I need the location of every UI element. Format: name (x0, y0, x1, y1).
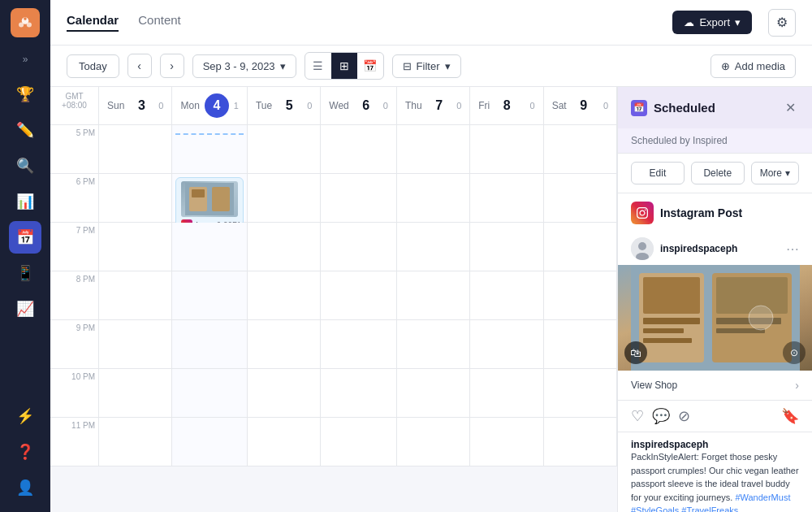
chevron-down-icon: ▾ (785, 167, 790, 179)
sidebar-item-apps[interactable]: ⚡ (9, 400, 41, 432)
time-5pm: 5 PM (50, 125, 99, 174)
view-shop-row[interactable]: View Shop › (618, 371, 812, 401)
day-header-tue: Tue 5 0 (248, 87, 321, 125)
cal-tue-10pm[interactable] (248, 369, 321, 418)
time-10pm: 10 PM (50, 369, 99, 418)
post-account-row: inspiredspaceph ⋯ (618, 232, 812, 265)
header-tabs: Calendar Content (67, 13, 181, 32)
list-view-button[interactable]: ☰ (305, 53, 331, 79)
cal-sun-8pm[interactable] (99, 271, 172, 320)
cal-thu-8pm[interactable] (397, 271, 470, 320)
sidebar-item-help[interactable]: ❓ (9, 436, 41, 468)
cal-tue-6pm[interactable] (248, 174, 321, 223)
cal-sun-9pm[interactable] (99, 320, 172, 369)
chevron-down-icon: ▾ (445, 60, 451, 72)
sidebar-item-analytics[interactable]: 📊 (9, 185, 41, 218)
cal-sun-6pm[interactable] (99, 174, 172, 223)
tab-calendar[interactable]: Calendar (67, 13, 119, 32)
prev-button[interactable]: ‹ (127, 54, 152, 78)
today-button[interactable]: Today (67, 54, 119, 78)
edit-button[interactable]: Edit (631, 162, 685, 184)
panel-calendar-icon: 📅 (631, 100, 647, 116)
chevron-right-icon: › (795, 379, 799, 392)
cal-wed-9pm[interactable] (321, 320, 397, 369)
cal-sat-8pm[interactable] (544, 271, 617, 320)
bookmark-icon[interactable]: 🔖 (781, 407, 799, 425)
calendar-view-button[interactable]: 📅 (357, 53, 383, 79)
cal-fri-6pm[interactable] (470, 174, 543, 223)
sidebar-item-search[interactable]: 🔍 (9, 150, 41, 182)
sidebar-item-trophy[interactable]: 🏆 (9, 78, 41, 111)
cal-sat-6pm[interactable] (544, 174, 617, 223)
comment-icon[interactable]: 💬 (652, 407, 670, 425)
sidebar-item-profile[interactable]: 👤 (9, 471, 41, 504)
cal-mon-10pm[interactable] (172, 369, 247, 418)
logo[interactable] (11, 8, 40, 37)
cal-wed-8pm[interactable] (321, 271, 397, 320)
export-button[interactable]: ☁ Export ▾ (672, 11, 752, 34)
close-button[interactable]: ✕ (782, 98, 799, 117)
cal-sun-11pm[interactable] (99, 418, 172, 466)
cal-fri-5pm[interactable] (470, 125, 543, 174)
collapse-button[interactable]: » (18, 49, 33, 70)
delete-button[interactable]: Delete (691, 162, 745, 184)
cal-fri-9pm[interactable] (470, 320, 543, 369)
cal-mon-7pm[interactable] (172, 223, 247, 271)
add-media-button[interactable]: ⊕ Add media (710, 54, 796, 78)
cal-tue-9pm[interactable] (248, 320, 321, 369)
cal-thu-9pm[interactable] (397, 320, 470, 369)
cal-fri-10pm[interactable] (470, 369, 543, 418)
day-header-sat: Sat 9 0 (544, 87, 617, 125)
cal-tue-11pm[interactable] (248, 418, 321, 466)
cal-wed-11pm[interactable] (321, 418, 397, 466)
sidebar-item-calendar[interactable]: 📅 (9, 221, 41, 254)
cal-sat-7pm[interactable] (544, 223, 617, 271)
cal-sun-10pm[interactable] (99, 369, 172, 418)
filter-button[interactable]: ⊟ Filter ▾ (392, 54, 461, 78)
cal-sun-7pm[interactable] (99, 223, 172, 271)
settings-button[interactable]: ⚙ (768, 9, 796, 37)
caption-username: inspiredspaceph (631, 439, 799, 450)
svg-point-21 (749, 306, 773, 330)
cal-tue-7pm[interactable] (248, 223, 321, 271)
like-icon[interactable]: ♡ (631, 407, 644, 425)
cal-sat-5pm[interactable] (544, 125, 617, 174)
grid-view-button[interactable]: ⊞ (331, 53, 357, 79)
toolbar: Today ‹ › Sep 3 - 9, 2023 ▾ ☰ ⊞ 📅 ⊟ Filt… (50, 46, 812, 87)
cal-mon-9pm[interactable] (172, 320, 247, 369)
cal-mon-6pm[interactable]: 📷 ins... 6:20PM PackInStyleAl... (172, 174, 247, 223)
date-range-picker[interactable]: Sep 3 - 9, 2023 ▾ (192, 54, 296, 78)
cal-fri-7pm[interactable] (470, 223, 543, 271)
cal-mon-11pm[interactable] (172, 418, 247, 466)
cal-thu-11pm[interactable] (397, 418, 470, 466)
cal-tue-8pm[interactable] (248, 271, 321, 320)
post-options-button[interactable]: ⋯ (786, 241, 799, 257)
cal-tue-5pm[interactable] (248, 125, 321, 174)
cal-mon-5pm[interactable] (172, 125, 247, 174)
cal-thu-6pm[interactable] (397, 174, 470, 223)
cal-fri-8pm[interactable] (470, 271, 543, 320)
cal-sat-10pm[interactable] (544, 369, 617, 418)
cal-fri-11pm[interactable] (470, 418, 543, 466)
cal-thu-5pm[interactable] (397, 125, 470, 174)
cal-sat-9pm[interactable] (544, 320, 617, 369)
share-icon[interactable]: ⊘ (678, 407, 690, 425)
cal-wed-10pm[interactable] (321, 369, 397, 418)
sidebar-item-compose[interactable]: ✏️ (9, 114, 41, 146)
instagram-icon (631, 202, 654, 224)
cal-sat-11pm[interactable] (544, 418, 617, 466)
cal-sun-5pm[interactable] (99, 125, 172, 174)
post-image: 🛍 ⊙ (618, 265, 812, 371)
more-button[interactable]: More ▾ (751, 162, 799, 184)
cal-thu-7pm[interactable] (397, 223, 470, 271)
cal-wed-5pm[interactable] (321, 125, 397, 174)
sidebar-item-streams[interactable]: 📱 (9, 257, 41, 289)
cal-mon-8pm[interactable] (172, 271, 247, 320)
calendar-container: GMT +08:00 Sun 3 0 Mon 4 1 Tue (50, 87, 812, 512)
sidebar-item-reports[interactable]: 📈 (9, 293, 41, 325)
next-button[interactable]: › (160, 54, 184, 78)
tab-content[interactable]: Content (138, 13, 181, 32)
cal-thu-10pm[interactable] (397, 369, 470, 418)
cal-wed-6pm[interactable] (321, 174, 397, 223)
cal-wed-7pm[interactable] (321, 223, 397, 271)
